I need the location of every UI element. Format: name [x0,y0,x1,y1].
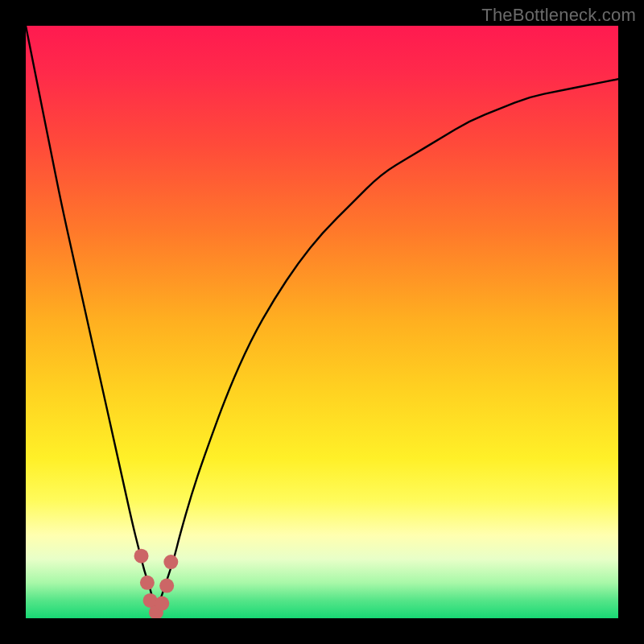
bottleneck-chart-svg [26,26,618,618]
highlight-marker [155,597,169,611]
gradient-background [26,26,618,618]
attribution-text: TheBottleneck.com [481,5,636,26]
highlight-marker [163,555,178,569]
highlight-marker [140,576,155,590]
chart-plot-area [26,26,618,618]
highlight-marker [159,579,174,593]
highlight-marker [134,549,149,564]
